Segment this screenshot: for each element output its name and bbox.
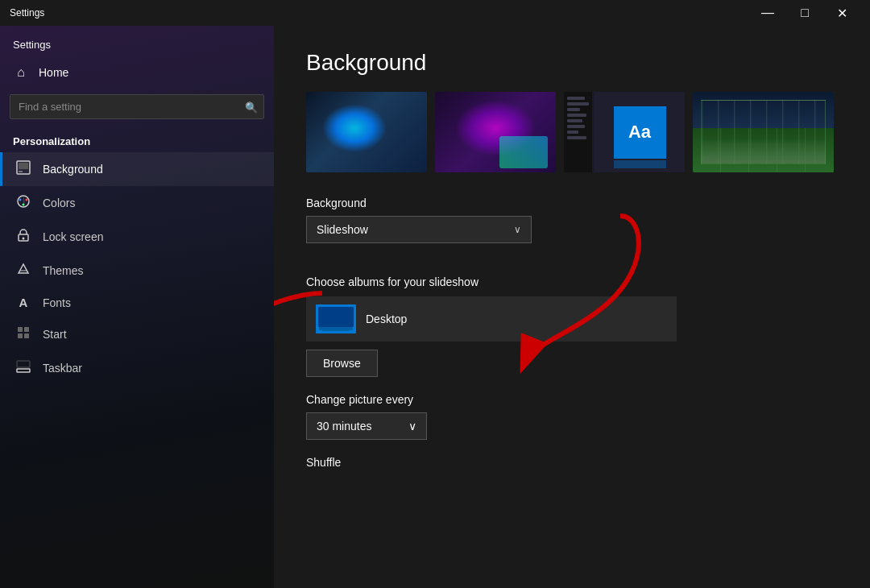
sidebar-item-colors[interactable]: Colors: [0, 186, 274, 220]
background-dropdown-value: Slideshow: [317, 223, 368, 236]
background-section-label: Background: [306, 197, 838, 209]
sidebar-item-lock-screen-label: Lock screen: [43, 230, 103, 243]
svg-point-8: [23, 238, 25, 240]
svg-rect-11: [24, 327, 29, 332]
colors-icon: [15, 194, 31, 212]
minimize-button[interactable]: —: [749, 0, 786, 26]
sidebar-item-start[interactable]: Start: [0, 317, 274, 351]
fonts-icon: A: [15, 296, 31, 309]
themes-icon: [15, 262, 31, 280]
maximize-button[interactable]: □: [786, 0, 823, 26]
app-title: Settings: [10, 7, 44, 19]
sidebar-item-lock-screen[interactable]: Lock screen: [0, 220, 274, 254]
svg-rect-14: [17, 369, 30, 372]
sidebar-item-taskbar-label: Taskbar: [43, 362, 82, 375]
time-dropdown[interactable]: 30 minutes ∨: [306, 412, 427, 440]
change-picture-label: Change picture every: [306, 393, 838, 406]
lock-screen-icon: [15, 228, 31, 246]
sidebar-item-fonts-label: Fonts: [43, 296, 71, 309]
search-container: 🔍: [10, 94, 264, 119]
window-controls: — □ ✕: [749, 0, 860, 26]
title-bar: Settings — □ ✕: [0, 0, 870, 26]
main-content: Background Aa: [274, 26, 870, 588]
svg-rect-1: [19, 163, 28, 169]
home-label: Home: [39, 66, 68, 79]
theme-main-area: Aa: [594, 92, 685, 172]
preview-thumb-theme[interactable]: Aa: [564, 92, 685, 172]
browse-button[interactable]: Browse: [306, 350, 378, 377]
sidebar-item-taskbar[interactable]: Taskbar: [0, 351, 274, 385]
albums-label: Choose albums for your slideshow: [306, 275, 838, 288]
svg-rect-15: [17, 361, 30, 367]
svg-rect-12: [18, 333, 23, 338]
background-dropdown[interactable]: Slideshow ∨: [306, 216, 532, 243]
sidebar: Settings ⌂ Home 🔍 Personalization Backgr…: [0, 26, 274, 588]
sidebar-item-colors-label: Colors: [43, 197, 75, 209]
preview-row: Aa: [306, 92, 838, 172]
preview-thumb-space2[interactable]: [435, 92, 556, 172]
sidebar-item-home[interactable]: ⌂ Home: [0, 57, 274, 88]
sidebar-item-background-label: Background: [43, 163, 103, 176]
album-desktop-icon: [316, 304, 356, 333]
svg-point-4: [19, 199, 22, 201]
time-dropdown-value: 30 minutes: [317, 420, 371, 433]
search-input[interactable]: [10, 94, 264, 119]
sidebar-item-fonts[interactable]: A Fonts: [0, 288, 274, 317]
sidebar-item-background[interactable]: Background: [0, 152, 274, 186]
search-icon: 🔍: [245, 101, 258, 113]
sidebar-item-themes-label: Themes: [43, 264, 84, 277]
svg-rect-2: [19, 171, 23, 172]
time-dropdown-chevron-icon: ∨: [408, 420, 416, 433]
close-button[interactable]: ✕: [823, 0, 860, 26]
start-icon: [15, 325, 31, 343]
sidebar-section-title: Personalization: [0, 126, 274, 152]
background-icon: [15, 160, 31, 178]
sidebar-item-start-label: Start: [43, 328, 67, 341]
preview-thumb-space1[interactable]: [306, 92, 427, 172]
shuffle-label: Shuffle: [306, 456, 838, 469]
home-icon: ⌂: [13, 65, 29, 80]
dropdown-chevron-icon: ∨: [514, 224, 521, 235]
taskbar-icon: [15, 359, 31, 377]
theme-left-bar: [564, 92, 592, 172]
theme-aa-box: Aa: [614, 106, 666, 159]
app-body: Settings ⌂ Home 🔍 Personalization Backgr…: [0, 26, 870, 588]
album-item[interactable]: Desktop: [306, 296, 677, 342]
sidebar-item-themes[interactable]: Themes: [0, 254, 274, 288]
svg-point-6: [23, 204, 25, 206]
svg-rect-10: [18, 327, 23, 332]
svg-rect-13: [24, 333, 29, 338]
sidebar-app-title: Settings: [0, 26, 274, 57]
page-title: Background: [306, 50, 838, 76]
preview-thumb-nature[interactable]: [693, 92, 834, 172]
album-name: Desktop: [366, 313, 407, 325]
svg-point-5: [26, 199, 28, 201]
